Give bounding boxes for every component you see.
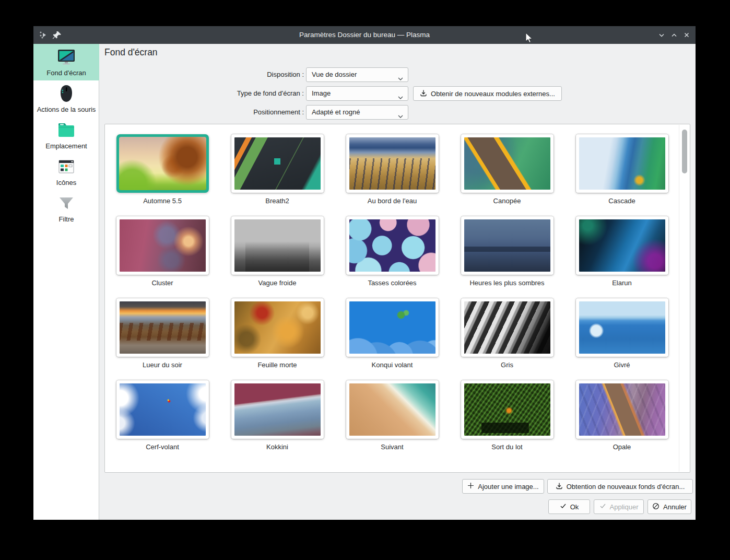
wallpaper-frame: [346, 216, 439, 275]
wallpaper-thumbnail[interactable]: Elarun: [564, 216, 679, 287]
get-new-wallpapers-label: Obtention de nouveaux fonds d'écran...: [567, 483, 685, 491]
wallpaper-frame: [116, 298, 209, 357]
wallpaper-thumbnail[interactable]: Cascade: [564, 134, 679, 205]
wallpaper-image: [464, 301, 550, 354]
apply-button[interactable]: Appliquer: [594, 499, 644, 514]
chevron-down-icon: [397, 91, 404, 105]
wallpaper-image: [464, 383, 550, 436]
apply-label: Appliquer: [610, 503, 639, 511]
wallpaper-frame: [576, 380, 668, 439]
download-icon: [556, 482, 563, 491]
wallpaper-thumbnail[interactable]: Canopée: [450, 134, 564, 205]
wallpaper-thumbnail[interactable]: Heures les plus sombres: [450, 216, 564, 287]
form-row-type: Type de fond d'écran : Image Obtenir de …: [33, 86, 696, 101]
sidebar-item-label: Filtre: [33, 215, 99, 223]
wallpaper-image: [464, 137, 550, 190]
cancel-label: Annuler: [663, 503, 687, 511]
wallpaper-name: Cluster: [151, 279, 173, 287]
form-row-disposition: Disposition : Vue de dossier: [33, 67, 696, 82]
sidebar-item-label: Icônes: [33, 179, 99, 186]
wallpaper-name: Lueur du soir: [143, 361, 182, 369]
wallpaper-thumbnail[interactable]: Au bord de l'eau: [335, 134, 450, 205]
chevron-down-icon: [397, 73, 404, 86]
get-new-wallpapers-button[interactable]: Obtention de nouveaux fonds d'écran...: [547, 479, 693, 494]
wallpaper-image: [464, 219, 550, 272]
check-icon: [599, 503, 606, 511]
wallpaper-image: [349, 219, 435, 272]
wallpaper-thumbnail[interactable]: Opale: [564, 380, 679, 451]
wallpaper-name: Opale: [613, 443, 631, 451]
wallpaper-thumbnail[interactable]: Cerf-volant: [105, 380, 220, 451]
wallpaper-image: [349, 383, 435, 436]
wallpaper-thumbnail[interactable]: Vague froide: [220, 216, 335, 287]
chevron-up-icon[interactable]: [669, 30, 679, 40]
get-new-plugins-label: Obtenir de nouveaux modules externes...: [431, 90, 555, 98]
ok-button[interactable]: Ok: [548, 499, 590, 514]
sidebar-item-icones[interactable]: Icônes: [33, 154, 99, 190]
wallpaper-image: [234, 383, 321, 436]
wallpaper-frame: [346, 134, 439, 193]
wallpaper-name: Givré: [614, 361, 630, 369]
wallpaper-image: [120, 301, 206, 354]
sidebar-item-emplacement[interactable]: Emplacement: [33, 117, 99, 154]
positioning-select[interactable]: Adapté et rogné: [306, 105, 408, 120]
wallpaper-frame: [461, 216, 554, 275]
sidebar-item-filtre[interactable]: Filtre: [33, 190, 99, 227]
chevron-down-icon[interactable]: [657, 30, 666, 40]
disposition-select[interactable]: Vue de dossier: [306, 67, 408, 82]
wallpaper-thumbnail[interactable]: Kokkini: [220, 380, 335, 451]
wallpaper-thumbnail[interactable]: Suivant: [335, 380, 450, 451]
wallpaper-type-select[interactable]: Image: [306, 86, 408, 101]
wallpaper-grid-panel: Automne 5.5 Breath2 Au bord de l'eau Can…: [104, 124, 690, 473]
wallpaper-image: [349, 137, 435, 190]
wallpaper-thumbnail[interactable]: Givré: [564, 298, 679, 369]
wallpaper-thumbnail[interactable]: Sort du lot: [450, 380, 564, 451]
cancel-button[interactable]: Annuler: [647, 499, 691, 514]
wallpaper-name: Elarun: [612, 279, 632, 287]
scrollbar-track[interactable]: [679, 125, 689, 472]
wallpaper-frame: [116, 134, 209, 193]
wallpaper-frame: [231, 380, 324, 439]
titlebar[interactable]: Paramètres Dossier du bureau — Plasma: [33, 26, 696, 44]
wallpaper-frame: [346, 298, 439, 357]
scrollbar-thumb[interactable]: [682, 130, 687, 173]
wallpaper-frame: [231, 298, 324, 357]
wallpaper-thumbnail[interactable]: Feuille morte: [220, 298, 335, 369]
wallpaper-grid: Automne 5.5 Breath2 Au bord de l'eau Can…: [105, 124, 690, 451]
wallpaper-name: Canopée: [493, 197, 521, 205]
wallpaper-name: Au bord de l'eau: [368, 197, 417, 205]
positioning-label: Positionnement :: [253, 105, 304, 120]
wallpaper-name: Konqui volant: [372, 361, 413, 369]
get-new-plugins-button[interactable]: Obtenir de nouveaux modules externes...: [413, 86, 562, 101]
wallpaper-frame: [576, 298, 668, 357]
window-title: Paramètres Dossier du bureau — Plasma: [33, 26, 696, 44]
wallpaper-thumbnail[interactable]: Breath2: [220, 134, 335, 205]
wallpaper-name: Sort du lot: [491, 443, 522, 451]
wallpaper-thumbnail[interactable]: Cluster: [105, 216, 220, 287]
wallpaper-name: Kokkini: [266, 443, 288, 451]
wallpaper-frame: [576, 216, 668, 275]
add-image-button[interactable]: Ajouter une image...: [462, 479, 544, 494]
wallpaper-name: Feuille morte: [257, 361, 297, 369]
wallpaper-frame: [461, 380, 554, 439]
wallpaper-thumbnail[interactable]: Lueur du soir: [105, 298, 220, 369]
wallpaper-thumbnail[interactable]: Konqui volant: [335, 298, 450, 369]
wallpaper-name: Cerf-volant: [146, 443, 179, 451]
wallpaper-name: Gris: [501, 361, 513, 369]
ok-label: Ok: [570, 503, 579, 511]
wallpaper-thumbnail[interactable]: Automne 5.5: [105, 134, 220, 205]
wallpaper-thumbnail[interactable]: Gris: [450, 298, 564, 369]
desktop-icons-icon: [55, 155, 78, 178]
close-icon[interactable]: [682, 30, 691, 40]
wallpaper-name: Cascade: [608, 197, 635, 205]
wallpaper-frame: [231, 134, 324, 193]
wallpaper-image: [579, 383, 665, 436]
wallpaper-thumbnail[interactable]: Tasses colorées: [335, 216, 450, 287]
wallpaper-image: [234, 301, 321, 354]
wallpaper-name: Heures les plus sombres: [469, 279, 544, 287]
wallpaper-image: [579, 137, 665, 190]
wallpaper-frame: [116, 380, 209, 439]
filter-funnel-icon: [55, 192, 78, 215]
wallpaper-frame: [461, 298, 554, 357]
wallpaper-image: [119, 137, 206, 190]
